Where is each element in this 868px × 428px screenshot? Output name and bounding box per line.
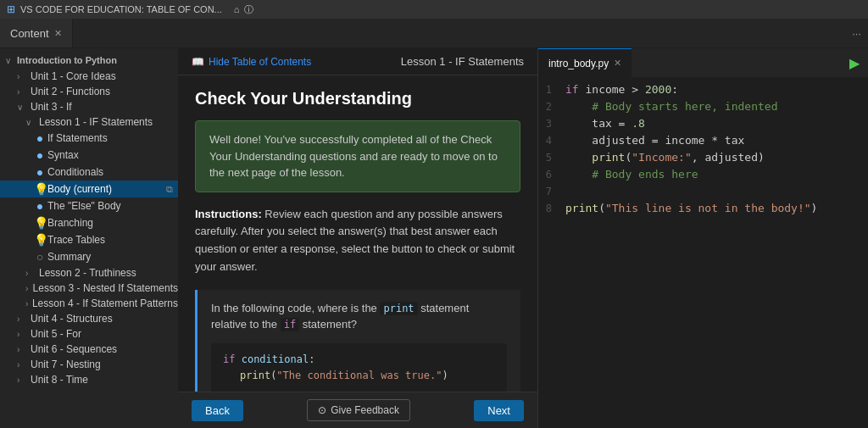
arrow-icon: › [25, 269, 37, 278]
sidebar-item-unit8[interactable]: › Unit 8 - Time [0, 372, 178, 387]
next-button[interactable]: Next [474, 400, 524, 421]
sidebar-item-label: Introduction to Python [17, 55, 117, 65]
title-bar: ⊞ VS CODE FOR EDUCATION: TABLE OF CON...… [0, 0, 868, 19]
sidebar-item-label: Trace Tables [47, 234, 178, 246]
editor-tab-close[interactable]: ✕ [614, 58, 621, 69]
lesson-title: Lesson 1 - IF Statements [401, 55, 524, 68]
question-text: In the following code, where is the prin… [211, 300, 507, 333]
sidebar-item-lesson3[interactable]: › Lesson 3 - Nested If Statements [0, 281, 178, 296]
sidebar-item-label: If Statements [47, 132, 178, 144]
editor-line-1: 1 if income > 2000: [538, 83, 868, 100]
more-icon[interactable]: ··· [852, 27, 861, 40]
sidebar-item-label: Lesson 1 - IF Statements [39, 116, 178, 128]
line-number: 7 [542, 185, 565, 197]
sidebar-item-label: Lesson 2 - Truthiness [39, 267, 178, 279]
feedback-button[interactable]: ⊙ Give Feedback [307, 399, 410, 421]
sidebar-item-syntax[interactable]: ● Syntax [0, 147, 178, 164]
tab-content-close[interactable]: ✕ [54, 28, 62, 39]
dot-icon: ● [34, 199, 46, 213]
editor-tab-bar: intro_body.py ✕ ▶ [538, 48, 868, 78]
content-footer: Back ⊙ Give Feedback Next [178, 392, 537, 428]
sidebar-item-label: Unit 3 - If [31, 101, 178, 113]
sidebar-item-lesson4[interactable]: › Lesson 4 - If Statement Patterns [0, 296, 178, 311]
sidebar-item-else-body[interactable]: ● The "Else" Body [0, 197, 178, 214]
sidebar-item-label: Lesson 4 - If Statement Patterns [32, 297, 178, 309]
sidebar-item-unit7[interactable]: › Unit 7 - Nesting [0, 357, 178, 372]
sidebar-item-unit5[interactable]: › Unit 5 - For [0, 326, 178, 342]
sidebar-item-body[interactable]: 💡 Body (current) ⧉ [0, 181, 178, 197]
sidebar-item-unit4[interactable]: › Unit 4 - Structures [0, 311, 178, 326]
line-code: print("This line is not in the body!") [565, 202, 817, 214]
sidebar-item-lesson2[interactable]: › Lesson 2 - Truthiness [0, 265, 178, 281]
sidebar-item-label: Summary [47, 251, 178, 263]
sidebar: ∨ Introduction to Python › Unit 1 - Core… [0, 48, 178, 428]
arrow-icon: › [17, 375, 29, 385]
book-icon: 📖 [192, 56, 204, 68]
editor-line-3: 3 tax = .8 [538, 117, 868, 134]
content-body: Check Your Understanding Well done! You'… [178, 75, 537, 392]
sidebar-item-label: Conditionals [47, 166, 178, 178]
arrow-icon: › [17, 360, 29, 370]
arrow-icon: ∨ [5, 56, 17, 65]
arrow-icon: › [17, 345, 29, 354]
arrow-icon: ∨ [17, 103, 29, 112]
dot-icon: ○ [34, 250, 46, 264]
sidebar-item-intro[interactable]: ∨ Introduction to Python [0, 48, 178, 69]
info-icon[interactable]: ⓘ [244, 3, 253, 16]
vs-code-icon: ⊞ [7, 3, 15, 15]
home-icon[interactable]: ⌂ [234, 4, 240, 14]
code-block: if conditional: print("The conditional w… [211, 343, 507, 392]
sidebar-item-summary[interactable]: ○ Summary [0, 248, 178, 265]
line-code: # Body starts here, indented [565, 100, 777, 113]
sidebar-item-unit1[interactable]: › Unit 1 - Core Ideas [0, 69, 178, 84]
lightbulb-icon: 💡 [34, 216, 46, 230]
sidebar-item-unit6[interactable]: › Unit 6 - Sequences [0, 342, 178, 357]
line-code: adjusted = income * tax [565, 134, 744, 147]
sidebar-item-label: Unit 6 - Sequences [31, 343, 178, 355]
sidebar-item-branching[interactable]: 💡 Branching [0, 214, 178, 231]
sidebar-item-label: The "Else" Body [47, 200, 178, 212]
line-number: 1 [542, 83, 565, 96]
feedback-label: Give Feedback [331, 404, 399, 416]
tab-content[interactable]: Content ✕ [0, 19, 73, 47]
editor-panel: intro_body.py ✕ ▶ 1 if income > 2000: 2 … [537, 48, 868, 428]
arrow-icon: › [17, 87, 29, 97]
line-code: tax = .8 [565, 117, 645, 130]
sidebar-item-label: Body (current) [47, 183, 166, 195]
editor-line-6: 6 # Body ends here [538, 168, 868, 185]
arrow-icon: ∨ [25, 118, 37, 127]
success-message-box: Well done! You've successfully completed… [195, 120, 520, 192]
sidebar-item-trace-tables[interactable]: 💡 Trace Tables [0, 231, 178, 248]
instructions-label: Instructions: [195, 208, 262, 220]
editor-tab-label: intro_body.py [548, 58, 609, 69]
sidebar-item-conditionals[interactable]: ● Conditionals [0, 164, 178, 181]
line-number: 2 [542, 100, 565, 113]
success-text: Well done! You've successfully completed… [209, 133, 498, 179]
line-number: 4 [542, 134, 565, 147]
sidebar-item-label: Unit 1 - Core Ideas [31, 70, 178, 82]
print-code-inline: print [380, 302, 417, 315]
back-button[interactable]: Back [192, 400, 243, 421]
sidebar-item-if-statements[interactable]: ● If Statements [0, 130, 178, 147]
editor-line-5: 5 print("Income:", adjusted) [538, 151, 868, 168]
question-box: In the following code, where is the prin… [195, 290, 520, 392]
line-number: 8 [542, 202, 565, 214]
sidebar-item-unit2[interactable]: › Unit 2 - Functions [0, 84, 178, 99]
lightbulb-icon: 💡 [34, 182, 46, 196]
arrow-icon: › [17, 330, 29, 339]
editor-tab-intro-body[interactable]: intro_body.py ✕ [538, 48, 632, 77]
editor-line-4: 4 adjusted = income * tax [538, 134, 868, 151]
tab-more-actions[interactable]: ··· [845, 19, 868, 47]
page-title: Check Your Understanding [195, 89, 520, 108]
sidebar-item-lesson1[interactable]: ∨ Lesson 1 - IF Statements [0, 114, 178, 130]
sidebar-item-label: Unit 4 - Structures [31, 313, 178, 325]
line-code: print("Income:", adjusted) [565, 151, 765, 164]
line-number: 6 [542, 168, 565, 181]
hide-toc-button[interactable]: 📖 Hide Table of Contents [192, 56, 311, 68]
line-number: 5 [542, 151, 565, 164]
dot-icon: ● [34, 148, 46, 162]
run-button[interactable]: ▶ [841, 48, 868, 77]
sidebar-item-unit3[interactable]: ∨ Unit 3 - If [0, 99, 178, 114]
editor-line-8: 8 print("This line is not in the body!") [538, 202, 868, 219]
editor-content: 1 if income > 2000: 2 # Body starts here… [538, 78, 868, 428]
